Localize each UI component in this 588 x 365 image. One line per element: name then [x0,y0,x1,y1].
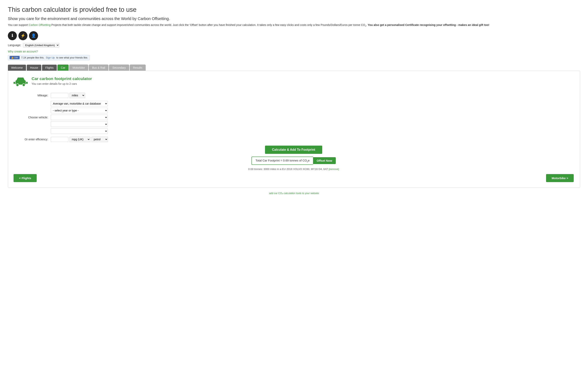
form-section: Mileage: miles km Choose vehicle: Averag… [19,93,574,142]
total-bar: Total Car Footprint = 0.69 tonnes of CO2… [251,157,336,165]
tab-secondary[interactable]: Secondary [109,64,129,71]
card-title-area: Car carbon footprint calculator You can … [32,76,92,85]
offset-button[interactable]: Offset Now [313,157,336,164]
tab-results[interactable]: Results [130,64,146,71]
footer-link[interactable]: add our CO₂ calculation tools to your we… [269,192,319,195]
nav-buttons: < Flights Motorbike > [14,174,574,182]
intro-paragraph: You can support Carbon Offsetting Projec… [8,23,580,28]
efficiency-row: Or enter efficiency: mpg (UK) mpg (US) L… [19,137,574,142]
info-icon[interactable]: ℹ [8,31,17,40]
main-card: Car carbon footprint calculator You can … [8,71,580,188]
fb-like-bar: 👍Like 7.1K people like this. Sign Up to … [8,55,90,60]
language-row: Language: English (United Kingdom) [8,43,580,48]
language-label: Language: [8,43,21,47]
fb-see-text: to see what your friends like. [56,56,88,59]
page-title: This carbon calculator is provided free … [8,6,580,13]
tab-bus-rail[interactable]: Bus & Rail [89,64,108,71]
fuel-type-select[interactable]: petrol diesel LPG hybrid [92,137,108,142]
tabs: WelcomeHouseFlightsCarMotorbikeBus & Rai… [8,64,580,71]
svg-point-2 [16,84,19,86]
efficiency-unit-select[interactable]: mpg (UK) mpg (US) L/100km [70,137,90,142]
fb-like-button[interactable]: 👍Like [10,56,20,59]
carbon-offsetting-link[interactable]: Carbon Offsetting [29,23,50,27]
user-icon[interactable]: 👤 [29,31,38,40]
choose-vehicle-row: Choose vehicle: Average van, motorbike &… [19,101,574,134]
tab-house[interactable]: House [27,64,41,71]
tab-car[interactable]: Car [57,64,69,71]
svg-rect-4 [14,82,15,84]
page-subtitle: Show you care for the environment and co… [8,16,580,21]
mileage-unit-select[interactable]: miles km [70,93,85,98]
back-flights-button[interactable]: < Flights [14,174,37,182]
choose-vehicle-controls: Average van, motorbike & car database UK… [51,101,108,134]
card-header: Car carbon footprint calculator You can … [14,76,574,87]
remove-link[interactable]: [remove] [329,168,339,170]
forward-motorbike-button[interactable]: Motorbike > [546,174,574,182]
footer: add our CO₂ calculation tools to your we… [8,191,580,195]
svg-rect-5 [26,82,28,84]
car-icon [14,76,28,87]
svg-marker-1 [16,77,25,80]
card-title: Car carbon footprint calculator [32,76,92,81]
bolt-icon[interactable]: ⚡ [18,31,27,40]
fb-count: 7.1K people like this. [21,56,44,59]
vehicle-type-select[interactable]: Average van, motorbike & car database UK… [51,101,108,106]
calculate-button[interactable]: Calculate & Add To Footprint [265,146,322,154]
tab-motorbike[interactable]: Motorbike [69,64,88,71]
tab-flights[interactable]: Flights [42,64,57,71]
mileage-controls: miles km [51,93,85,98]
vehicle-sub-select-3[interactable] [51,128,108,134]
efficiency-input[interactable] [51,137,68,142]
mileage-input[interactable] [51,93,68,98]
icon-row: ℹ ⚡ 👤 [8,31,580,40]
card-subtitle: You can enter details for up to 2 cars [32,82,92,85]
efficiency-label: Or enter efficiency: [19,138,51,141]
language-select[interactable]: English (United Kingdom) [23,43,59,48]
fb-signup-link[interactable]: Sign Up [46,56,55,59]
mileage-row: Mileage: miles km [19,93,574,98]
year-type-select[interactable]: - select year or type - [51,108,108,113]
efficiency-controls: mpg (UK) mpg (US) L/100km petrol diesel … [51,137,108,142]
svg-point-3 [22,84,25,86]
vehicle-sub-select-1[interactable] [51,115,108,120]
choose-vehicle-label: Choose vehicle: [19,116,51,119]
footprint-detail: 0.69 tonnes: 3000 miles in a EU 2016 VOL… [14,168,574,170]
account-link[interactable]: Why create an account? [8,50,580,53]
mileage-label: Mileage: [19,94,51,97]
total-text: Total Car Footprint = 0.69 tonnes of CO2… [251,157,313,165]
vehicle-sub-select-2[interactable] [51,121,108,127]
tab-welcome[interactable]: Welcome [8,64,26,71]
